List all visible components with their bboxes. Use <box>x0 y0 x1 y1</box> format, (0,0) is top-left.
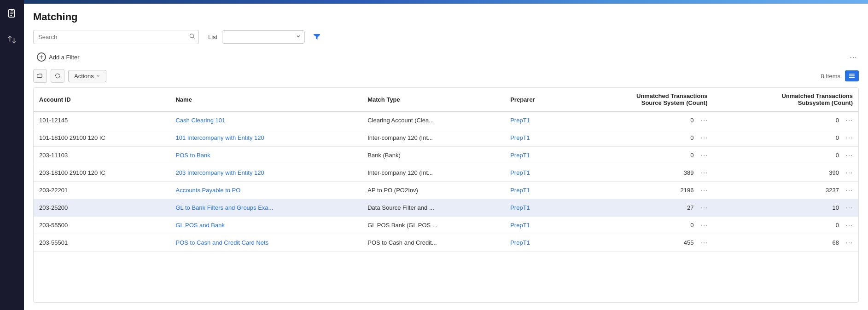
cell-name[interactable]: GL to Bank Filters and Groups Exa... <box>170 199 362 217</box>
cell-match-type: Inter-company 120 (Int... <box>362 164 505 182</box>
table-row: 203-25200 GL to Bank Filters and Groups … <box>34 199 858 217</box>
table-row: 203-11103 POS to Bank Bank (Bank) PrepT1… <box>34 147 858 164</box>
items-count: 8 Items <box>821 73 840 80</box>
cell-account-id: 101-12145 <box>34 111 170 129</box>
cell-name[interactable]: GL POS and Bank <box>170 217 362 234</box>
col-unmatched-source: Unmatched TransactionsSource System (Cou… <box>568 88 713 111</box>
cell-name[interactable]: 101 Intercompany with Entity 120 <box>170 129 362 147</box>
cell-unmatched-source: 0 ⋯ <box>568 147 713 164</box>
folder-icon-button[interactable] <box>33 69 47 83</box>
cell-unmatched-source: 27 ⋯ <box>568 199 713 217</box>
row-options-icon[interactable]: ⋯ <box>700 168 708 177</box>
page-content: Matching List <box>24 4 868 310</box>
svg-rect-1 <box>11 9 13 11</box>
main-content: Matching List <box>24 0 868 310</box>
row-options-icon[interactable]: ⋯ <box>700 116 708 125</box>
col-preparer: Preparer <box>505 88 568 111</box>
row-options-icon[interactable]: ⋯ <box>700 151 708 160</box>
cell-preparer[interactable]: PrepT1 <box>505 129 568 147</box>
table-row: 203-22201 Accounts Payable to PO AP to P… <box>34 182 858 199</box>
data-table-wrapper: Account ID Name Match Type Preparer Unma… <box>33 87 859 303</box>
svg-rect-6 <box>849 77 855 78</box>
filter-button[interactable] <box>309 29 324 44</box>
cell-unmatched-source: 0 ⋯ <box>568 217 713 234</box>
table-body: 101-12145 Cash Clearing 101 Clearing Acc… <box>34 111 858 252</box>
cell-preparer[interactable]: PrepT1 <box>505 234 568 252</box>
actions-label: Actions <box>74 73 94 80</box>
cell-preparer[interactable]: PrepT1 <box>505 182 568 199</box>
sidebar <box>0 0 24 310</box>
cell-account-id: 203-25200 <box>34 199 170 217</box>
cell-account-id: 203-11103 <box>34 147 170 164</box>
document-icon[interactable] <box>4 6 20 22</box>
cell-name[interactable]: 203 Intercompany with Entity 120 <box>170 164 362 182</box>
cell-unmatched-source: 389 ⋯ <box>568 164 713 182</box>
svg-rect-5 <box>849 75 855 76</box>
cell-match-type: Inter-company 120 (Int... <box>362 129 505 147</box>
cell-unmatched-source: 455 ⋯ <box>568 234 713 252</box>
cell-match-type: AP to PO (PO2Inv) <box>362 182 505 199</box>
cell-preparer[interactable]: PrepT1 <box>505 147 568 164</box>
table-row: 203-18100 29100 120 IC 203 Intercompany … <box>34 164 858 182</box>
options-menu-icon[interactable]: ⋯ <box>848 51 859 63</box>
cell-match-type: GL POS Bank (GL POS ... <box>362 217 505 234</box>
cell-account-id: 101-18100 29100 120 IC <box>34 129 170 147</box>
cell-preparer[interactable]: PrepT1 <box>505 199 568 217</box>
search-wrapper <box>33 30 199 44</box>
search-icon <box>189 33 195 41</box>
cell-unmatched-source: 2196 ⋯ <box>568 182 713 199</box>
page-title: Matching <box>33 11 859 23</box>
cell-unmatched-sub: 0 ⋯ <box>713 129 859 147</box>
add-filter-label: Add a Filter <box>49 54 79 61</box>
cell-name[interactable]: POS to Cash and Credit Card Nets <box>170 234 362 252</box>
table-row: 101-12145 Cash Clearing 101 Clearing Acc… <box>34 111 858 129</box>
list-view-toggle[interactable] <box>845 70 859 81</box>
svg-point-2 <box>190 34 193 38</box>
row-options-icon[interactable]: ⋯ <box>845 151 853 160</box>
cell-unmatched-sub: 0 ⋯ <box>713 217 859 234</box>
col-unmatched-sub: Unmatched TransactionsSubsystem (Count) <box>713 88 859 111</box>
row-options-icon[interactable]: ⋯ <box>845 133 853 142</box>
col-account-id: Account ID <box>34 88 170 111</box>
cell-preparer[interactable]: PrepT1 <box>505 217 568 234</box>
svg-line-3 <box>193 37 195 39</box>
row-options-icon[interactable]: ⋯ <box>845 186 853 195</box>
row-options-icon[interactable]: ⋯ <box>700 221 708 230</box>
top-bar <box>24 0 868 4</box>
svg-rect-4 <box>849 74 855 75</box>
row-options-icon[interactable]: ⋯ <box>700 238 708 247</box>
cell-name[interactable]: Cash Clearing 101 <box>170 111 362 129</box>
table-header-row: Account ID Name Match Type Preparer Unma… <box>34 88 858 111</box>
cell-preparer[interactable]: PrepT1 <box>505 164 568 182</box>
cell-unmatched-sub: 3237 ⋯ <box>713 182 859 199</box>
actions-button[interactable]: Actions <box>68 70 106 82</box>
refresh-icon-button[interactable] <box>51 69 64 83</box>
row-options-icon[interactable]: ⋯ <box>845 221 853 230</box>
toolbar-left: Actions <box>33 69 106 83</box>
cell-unmatched-source: 0 ⋯ <box>568 111 713 129</box>
cell-account-id: 203-55501 <box>34 234 170 252</box>
cell-account-id: 203-18100 29100 120 IC <box>34 164 170 182</box>
cell-preparer[interactable]: PrepT1 <box>505 111 568 129</box>
row-options-icon[interactable]: ⋯ <box>845 238 853 247</box>
col-name: Name <box>170 88 362 111</box>
row-options-icon[interactable]: ⋯ <box>700 203 708 212</box>
table-row: 203-55500 GL POS and Bank GL POS Bank (G… <box>34 217 858 234</box>
row-options-icon[interactable]: ⋯ <box>845 168 853 177</box>
row-options-icon[interactable]: ⋯ <box>700 186 708 195</box>
search-input[interactable] <box>33 30 199 44</box>
cell-name[interactable]: POS to Bank <box>170 147 362 164</box>
row-options-icon[interactable]: ⋯ <box>700 133 708 142</box>
cell-name[interactable]: Accounts Payable to PO <box>170 182 362 199</box>
table-row: 203-55501 POS to Cash and Credit Card Ne… <box>34 234 858 252</box>
cell-unmatched-sub: 0 ⋯ <box>713 147 859 164</box>
row-options-icon[interactable]: ⋯ <box>845 116 853 125</box>
toolbar-right: 8 Items <box>821 70 859 81</box>
list-select[interactable] <box>222 30 305 44</box>
row-options-icon[interactable]: ⋯ <box>845 203 853 212</box>
table-row: 101-18100 29100 120 IC 101 Intercompany … <box>34 129 858 147</box>
list-select-wrapper <box>222 30 305 44</box>
cell-unmatched-sub: 0 ⋯ <box>713 111 859 129</box>
add-filter-button[interactable]: + Add a Filter <box>33 51 83 63</box>
swap-icon[interactable] <box>4 31 20 48</box>
